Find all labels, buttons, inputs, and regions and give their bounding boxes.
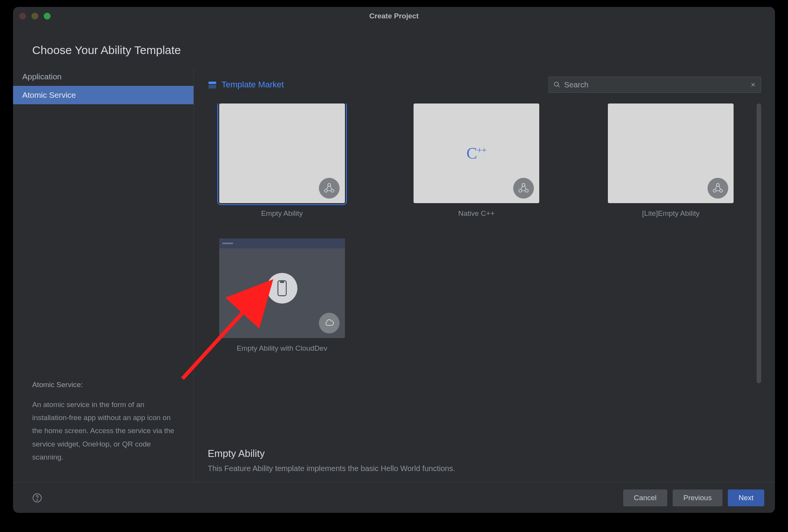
cloud-badge-icon <box>319 313 340 333</box>
search-box[interactable] <box>548 77 761 93</box>
ability-badge-icon <box>708 178 728 199</box>
page-title: Choose Your Ability Template <box>13 25 775 67</box>
template-label: Empty Ability <box>261 209 303 218</box>
template-thumb: C++ <box>414 103 539 203</box>
template-card-native-cpp[interactable]: C++ Native C++ <box>402 103 550 218</box>
template-thumb <box>608 103 734 203</box>
svg-point-14 <box>37 499 38 500</box>
search-icon <box>553 81 560 88</box>
body: Application Atomic Service Atomic Servic… <box>13 67 775 482</box>
svg-rect-0 <box>208 82 216 84</box>
svg-point-5 <box>522 184 525 187</box>
template-market-link[interactable]: Template Market <box>222 80 284 90</box>
selected-template-description: This Feature Ability template implements… <box>208 464 761 473</box>
template-card-empty-ability-clouddev[interactable]: Empty Ability with CloudDev <box>208 238 356 353</box>
previous-button[interactable]: Previous <box>673 489 722 506</box>
svg-point-2 <box>328 184 331 187</box>
template-label: Native C++ <box>458 209 494 218</box>
dialog-window: Create Project Choose Your Ability Templ… <box>13 7 775 513</box>
close-window-button[interactable] <box>19 13 26 20</box>
sidebar-item-label: Application <box>22 72 62 81</box>
template-description-panel: Empty Ability This Feature Ability templ… <box>208 434 761 473</box>
sidebar-description-title: Atomic Service: <box>32 378 174 391</box>
minimize-window-button[interactable] <box>31 13 38 20</box>
svg-point-8 <box>717 184 720 187</box>
template-thumb <box>219 103 345 203</box>
vertical-scrollbar[interactable] <box>757 103 761 383</box>
svg-rect-12 <box>280 282 284 282</box>
footer: Cancel Previous Next <box>13 482 775 513</box>
content: Choose Your Ability Template Application… <box>13 25 775 513</box>
cpp-icon: C++ <box>466 144 486 163</box>
maximize-window-button[interactable] <box>44 13 51 20</box>
template-card-empty-ability[interactable]: Empty Ability <box>208 103 356 218</box>
traffic-lights <box>19 13 51 20</box>
selected-template-title: Empty Ability <box>208 448 761 460</box>
cancel-button[interactable]: Cancel <box>623 489 667 506</box>
search-input[interactable] <box>564 80 750 89</box>
template-label: [Lite]Empty Ability <box>642 209 699 218</box>
svg-point-7 <box>525 189 529 192</box>
template-market-icon <box>208 80 217 89</box>
template-grid: Empty Ability C++ <box>208 103 761 353</box>
svg-point-10 <box>720 189 723 192</box>
template-grid-wrap: Empty Ability C++ <box>208 103 761 434</box>
sidebar: Application Atomic Service Atomic Servic… <box>13 67 194 482</box>
sidebar-item-application[interactable]: Application <box>13 67 194 86</box>
template-card-lite-empty-ability[interactable]: [Lite]Empty Ability <box>597 103 745 218</box>
svg-point-9 <box>713 189 716 192</box>
help-icon[interactable] <box>32 493 42 503</box>
svg-point-4 <box>331 189 334 192</box>
svg-rect-1 <box>208 85 216 89</box>
ability-badge-icon <box>513 178 534 199</box>
sidebar-description: Atomic Service: An atomic service in the… <box>13 378 194 473</box>
svg-point-3 <box>324 189 327 192</box>
clear-icon[interactable] <box>750 82 756 88</box>
template-thumb <box>219 238 345 338</box>
phone-icon <box>267 273 297 304</box>
ability-badge-icon <box>319 178 340 199</box>
sidebar-item-label: Atomic Service <box>22 90 76 99</box>
svg-rect-11 <box>278 281 286 296</box>
template-label: Empty Ability with CloudDev <box>236 344 327 353</box>
window-title: Create Project <box>13 12 775 20</box>
sidebar-item-atomic-service[interactable]: Atomic Service <box>13 86 194 104</box>
titlebar: Create Project <box>13 7 775 25</box>
main-header: Template Market <box>208 77 761 93</box>
svg-point-6 <box>519 189 522 192</box>
main-panel: Template Market <box>194 67 775 482</box>
sidebar-description-body: An atomic service in the form of an inst… <box>32 398 174 464</box>
next-button[interactable]: Next <box>728 489 764 506</box>
